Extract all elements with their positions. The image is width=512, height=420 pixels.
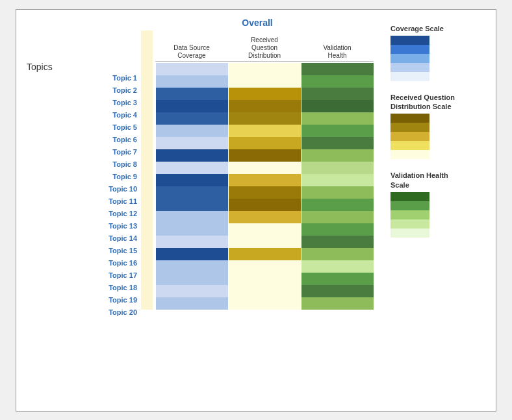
coverage-cell <box>156 112 228 125</box>
coverage-cell <box>156 75 228 88</box>
yellow-stripe <box>141 31 153 310</box>
topic-name-7: Topic 7 <box>24 146 141 158</box>
legend-coverage-block: Coverage Scale <box>390 24 488 81</box>
legend-swatch <box>390 150 429 159</box>
distribution-cell <box>229 63 301 75</box>
distribution-cell <box>229 112 301 125</box>
coverage-cell <box>156 149 228 162</box>
coverage-cell <box>156 88 228 100</box>
topic-name-10: Topic 10 <box>24 183 141 195</box>
legend-swatch <box>390 36 429 45</box>
coverage-cell <box>156 125 228 137</box>
topic-name-15: Topic 15 <box>24 245 141 257</box>
legend-swatch <box>390 192 429 201</box>
coverage-cell <box>156 236 228 248</box>
health-cell <box>301 88 374 100</box>
legend-health-title: Validation HealthScale <box>390 171 488 190</box>
table-row <box>155 223 374 236</box>
health-cell <box>301 162 374 174</box>
col-header-distribution: ReceivedQuestionDistribution <box>228 35 301 61</box>
health-cell <box>301 297 374 310</box>
legend-health-scale <box>390 192 429 238</box>
health-cell <box>301 211 374 223</box>
coverage-cell <box>156 248 228 260</box>
health-cell <box>301 100 374 112</box>
legend-distribution-block: Received QuestionDistribution Scale <box>390 93 488 160</box>
topic-name-6: Topic 6 <box>24 134 141 146</box>
coverage-cell <box>156 199 228 211</box>
topic-name-18: Topic 18 <box>24 282 141 294</box>
distribution-cell <box>229 162 301 174</box>
legend-coverage-scale <box>390 36 429 81</box>
table-row <box>155 63 374 75</box>
topic-name-9: Topic 9 <box>24 171 141 183</box>
health-cell <box>301 125 374 137</box>
health-cell <box>301 75 374 88</box>
table-row <box>155 88 374 100</box>
topic-name-2: Topic 2 <box>24 84 141 97</box>
distribution-cell <box>229 297 301 310</box>
data-grid: Data SourceCoverage ReceivedQuestionDist… <box>155 31 374 310</box>
topic-name-19: Topic 19 <box>24 294 141 306</box>
health-cell <box>301 174 374 186</box>
coverage-cell <box>156 100 228 112</box>
table-row <box>155 236 374 248</box>
health-cell <box>301 236 374 248</box>
coverage-cell <box>156 297 228 310</box>
legend-swatch <box>390 219 429 229</box>
health-cell <box>301 137 374 149</box>
legend-swatch <box>390 229 429 238</box>
topic-name-20: Topic 20 <box>24 306 141 319</box>
coverage-cell <box>156 273 228 285</box>
distribution-cell <box>229 236 301 248</box>
table-row <box>155 248 374 260</box>
coverage-cell <box>156 211 228 223</box>
table-row <box>155 137 374 149</box>
topics-label: Topics <box>24 31 141 72</box>
table-row <box>155 186 374 199</box>
legend-distribution-title: Received QuestionDistribution Scale <box>390 93 488 112</box>
col-header-coverage: Data SourceCoverage <box>155 43 228 61</box>
topic-name-16: Topic 16 <box>24 257 141 269</box>
table-row <box>155 174 374 186</box>
legend-swatch <box>390 123 429 132</box>
topic-name-3: Topic 3 <box>24 97 141 109</box>
table-area: Topics Topic 1Topic 2Topic 3Topic 4Topic… <box>24 31 374 403</box>
distribution-cell <box>229 211 301 223</box>
topic-name-12: Topic 12 <box>24 208 141 220</box>
health-cell <box>301 260 374 273</box>
coverage-cell <box>156 260 228 273</box>
distribution-cell <box>229 174 301 186</box>
main-content: Overall Topics Topic 1Topic 2Topic 3Topi… <box>24 18 374 403</box>
health-cell <box>301 186 374 199</box>
legend-health-block: Validation HealthScale <box>390 171 488 238</box>
distribution-cell <box>229 149 301 162</box>
legend-swatch <box>390 114 429 123</box>
legend-distribution-scale <box>390 114 429 159</box>
distribution-cell <box>229 248 301 260</box>
coverage-cell <box>156 285 228 297</box>
topic-name-14: Topic 14 <box>24 232 141 245</box>
topic-name-8: Topic 8 <box>24 158 141 171</box>
topic-name-5: Topic 5 <box>24 121 141 134</box>
distribution-cell <box>229 186 301 199</box>
health-cell <box>301 285 374 297</box>
health-cell <box>301 149 374 162</box>
topic-name-17: Topic 17 <box>24 269 141 282</box>
table-row <box>155 149 374 162</box>
overall-header: Overall <box>24 18 374 28</box>
table-row <box>155 100 374 112</box>
distribution-cell <box>229 199 301 211</box>
distribution-cell <box>229 75 301 88</box>
topic-name-4: Topic 4 <box>24 109 141 121</box>
legend-area: Coverage Scale Received QuestionDistribu… <box>384 18 488 403</box>
legend-swatch <box>390 201 429 210</box>
col-header-health: ValidationHealth <box>301 43 374 61</box>
distribution-cell <box>229 273 301 285</box>
distribution-cell <box>229 137 301 149</box>
table-row <box>155 297 374 310</box>
outer-frame: Overall Topics Topic 1Topic 2Topic 3Topi… <box>16 9 496 412</box>
coverage-cell <box>156 162 228 174</box>
table-row <box>155 199 374 211</box>
table-row <box>155 211 374 223</box>
